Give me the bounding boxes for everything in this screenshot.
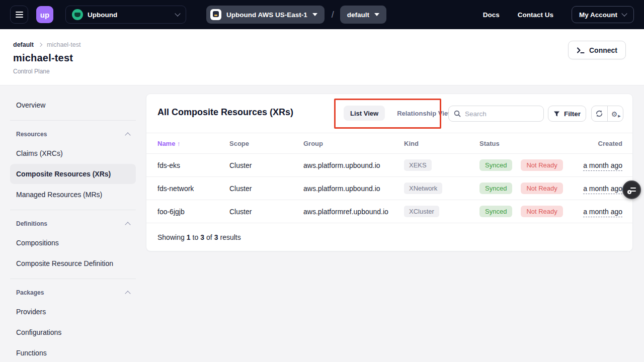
panel-heading: All Composite Resources (XRs) — [157, 107, 293, 118]
path-separator: / — [332, 10, 334, 20]
kind-badge: XNetwork — [404, 183, 442, 194]
contact-us-link[interactable]: Contact Us — [518, 11, 553, 19]
hamburger-menu-icon[interactable] — [10, 6, 28, 24]
view-toggle: List View Relationship View — [344, 106, 453, 121]
cell-name[interactable]: fds-eks — [157, 161, 229, 169]
divider — [10, 210, 136, 210]
cell-status: Synced Not Ready — [479, 159, 564, 171]
sort-ascending-icon: ↑ — [177, 140, 181, 147]
terminal-icon — [577, 47, 585, 54]
gear-icon: ⚙ — [611, 110, 618, 118]
docs-link[interactable]: Docs — [483, 11, 500, 19]
cell-scope: Cluster — [229, 185, 303, 193]
cell-name[interactable]: foo-6jgjb — [157, 208, 229, 216]
list-view-button[interactable]: List View — [344, 106, 385, 121]
cell-scope: Cluster — [229, 208, 303, 216]
sidebar-section-packages[interactable]: Packages — [10, 284, 136, 301]
status-badge-not-ready: Not Ready — [521, 183, 562, 194]
results-from: 1 — [187, 233, 191, 241]
divider — [10, 120, 136, 121]
organization-selector[interactable]: Upbound — [65, 6, 186, 24]
sidebar-item-managed-resources[interactable]: Managed Resources (MRs) — [10, 185, 136, 205]
status-badge-synced: Synced — [479, 183, 512, 194]
group-selector[interactable]: default — [340, 6, 386, 24]
my-account-label: My Account — [579, 11, 617, 19]
column-header-status[interactable]: Status — [479, 140, 564, 147]
cell-group: aws.platformref.upbound.io — [303, 208, 404, 216]
status-badge-synced: Synced — [479, 206, 512, 217]
cell-kind: XCluster — [404, 206, 479, 217]
results-total: 3 — [214, 233, 218, 241]
created-tooltip-link[interactable]: a month ago — [583, 185, 622, 194]
divider — [10, 279, 136, 279]
cell-created: a month ago — [564, 161, 622, 169]
controlplane-icon — [210, 9, 221, 20]
search-input[interactable] — [465, 110, 530, 118]
composite-resources-panel: All Composite Resources (XRs) List View … — [146, 94, 633, 251]
refresh-icon — [595, 110, 603, 118]
sidebar-item-functions[interactable]: Functions — [10, 343, 136, 362]
results-to: 3 — [200, 233, 204, 241]
status-badge-synced: Synced — [479, 159, 512, 171]
column-header-name[interactable]: Name ↑ — [157, 140, 229, 147]
sidebar-item-composite-resource-definition[interactable]: Composite Resource Definition — [10, 253, 136, 274]
sidebar-item-compositions[interactable]: Compositions — [10, 233, 136, 253]
sidebar-section-resources[interactable]: Resources — [10, 126, 136, 143]
sidebar-item-composite-resources[interactable]: Composite Resources (XRs) — [10, 164, 136, 184]
status-badge-not-ready: Not Ready — [521, 159, 562, 171]
connect-button[interactable]: Connect — [568, 41, 626, 59]
chevron-down-icon — [175, 11, 180, 16]
refresh-button[interactable] — [592, 106, 607, 121]
breadcrumb-current: michael-test — [47, 41, 80, 48]
breadcrumb-parent[interactable]: default — [13, 41, 34, 48]
organization-name: Upbound — [88, 11, 171, 19]
column-header-kind[interactable]: Kind — [404, 140, 479, 147]
group-name: default — [347, 11, 369, 19]
table-row[interactable]: fds-network Cluster aws.platform.upbound… — [146, 177, 632, 200]
table-row[interactable]: foo-6jgjb Cluster aws.platformref.upboun… — [146, 200, 632, 223]
controlplane-name: Upbound AWS US-East-1 — [226, 11, 307, 19]
sidebar-item-claims[interactable]: Claims (XRCs) — [10, 143, 136, 163]
table-row[interactable]: fds-eks Cluster aws.platform.upbound.io … — [146, 154, 632, 177]
filter-button[interactable]: Filter — [548, 106, 586, 122]
chevron-up-icon — [125, 291, 130, 296]
status-badge-not-ready: Not Ready — [521, 206, 562, 217]
sidebar-section-definitions[interactable]: Definitions — [10, 215, 136, 232]
auto-refresh-settings-button[interactable]: ⚙ ▶ — [607, 106, 623, 121]
chevron-up-icon — [125, 222, 130, 227]
page-subtitle: Control Plane — [13, 68, 626, 75]
feedback-widget-button[interactable] — [622, 180, 641, 199]
created-tooltip-link[interactable]: a month ago — [583, 208, 622, 217]
upbound-logo[interactable]: up — [36, 6, 53, 23]
cell-group: aws.platform.upbound.io — [303, 161, 404, 169]
search-icon — [454, 110, 461, 117]
sidebar-item-configurations[interactable]: Configurations — [10, 322, 136, 342]
cell-status: Synced Not Ready — [479, 206, 564, 217]
sidebar-section-label: Definitions — [16, 220, 47, 227]
column-header-created[interactable]: Created — [564, 140, 622, 147]
created-tooltip-link[interactable]: a month ago — [583, 161, 622, 171]
kind-badge: XCluster — [404, 206, 439, 217]
caret-down-icon — [374, 13, 379, 16]
cell-status: Synced Not Ready — [479, 183, 564, 194]
organization-avatar-icon — [72, 9, 83, 20]
controlplane-selector[interactable]: Upbound AWS US-East-1 — [206, 6, 325, 24]
column-header-scope[interactable]: Scope — [229, 140, 303, 147]
cell-created: a month ago — [564, 208, 622, 216]
my-account-menu[interactable]: My Account — [572, 6, 634, 23]
sidebar-item-providers[interactable]: Providers — [10, 302, 136, 322]
top-navbar: up Upbound Upbound AWS US-East-1 / defau… — [0, 0, 644, 29]
table-actions: ⚙ ▶ — [591, 106, 623, 122]
relationship-view-button[interactable]: Relationship View — [397, 110, 453, 117]
chevron-down-icon — [621, 11, 627, 16]
page-header: default michael-test michael-test Contro… — [0, 29, 644, 85]
page-title: michael-test — [13, 52, 626, 64]
cell-created: a month ago — [564, 185, 622, 193]
kind-badge: XEKS — [404, 159, 432, 171]
cell-name[interactable]: fds-network — [157, 185, 229, 193]
caret-down-icon — [312, 13, 317, 16]
sidebar-item-overview[interactable]: Overview — [10, 95, 136, 115]
cell-kind: XNetwork — [404, 183, 479, 194]
column-header-group[interactable]: Group — [303, 140, 404, 147]
play-icon: ▶ — [618, 114, 620, 118]
